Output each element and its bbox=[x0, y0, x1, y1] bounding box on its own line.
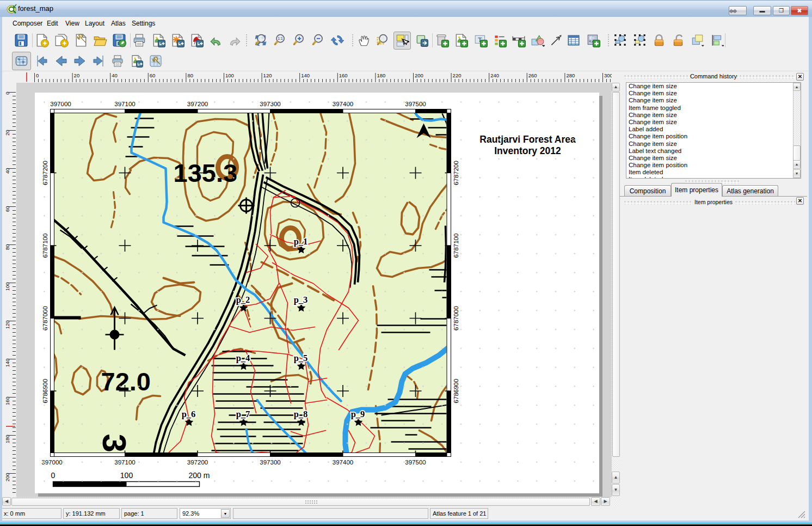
svg-text:40: 40 bbox=[4, 168, 10, 174]
svg-text:0: 0 bbox=[36, 72, 39, 78]
svg-text:180: 180 bbox=[377, 72, 385, 78]
svg-text:300: 300 bbox=[604, 72, 612, 78]
svg-text:20: 20 bbox=[74, 72, 80, 78]
svg-text:100: 100 bbox=[4, 283, 10, 291]
svg-text:1:1: 1:1 bbox=[278, 36, 283, 40]
svg-text:0: 0 bbox=[4, 92, 10, 95]
svg-text:60: 60 bbox=[4, 206, 10, 212]
svg-text:40: 40 bbox=[112, 72, 118, 78]
svg-text:280: 280 bbox=[566, 72, 575, 78]
svg-text:160: 160 bbox=[339, 72, 348, 78]
svg-text:80: 80 bbox=[4, 244, 10, 250]
svg-text:160: 160 bbox=[4, 397, 10, 406]
svg-text:20: 20 bbox=[4, 130, 10, 136]
svg-text:180: 180 bbox=[4, 435, 10, 444]
svg-text:200: 200 bbox=[415, 72, 423, 78]
svg-text:200: 200 bbox=[4, 473, 10, 482]
svg-text:120: 120 bbox=[263, 72, 272, 78]
svg-text:80: 80 bbox=[187, 72, 193, 78]
svg-text:240: 240 bbox=[490, 72, 499, 78]
svg-text:140: 140 bbox=[4, 359, 10, 368]
svg-text:260: 260 bbox=[528, 72, 537, 78]
svg-text:60: 60 bbox=[150, 72, 156, 78]
svg-text:100: 100 bbox=[225, 72, 234, 78]
svg-text:220: 220 bbox=[453, 72, 462, 78]
svg-text:140: 140 bbox=[301, 72, 310, 78]
svg-text:120: 120 bbox=[4, 321, 10, 329]
